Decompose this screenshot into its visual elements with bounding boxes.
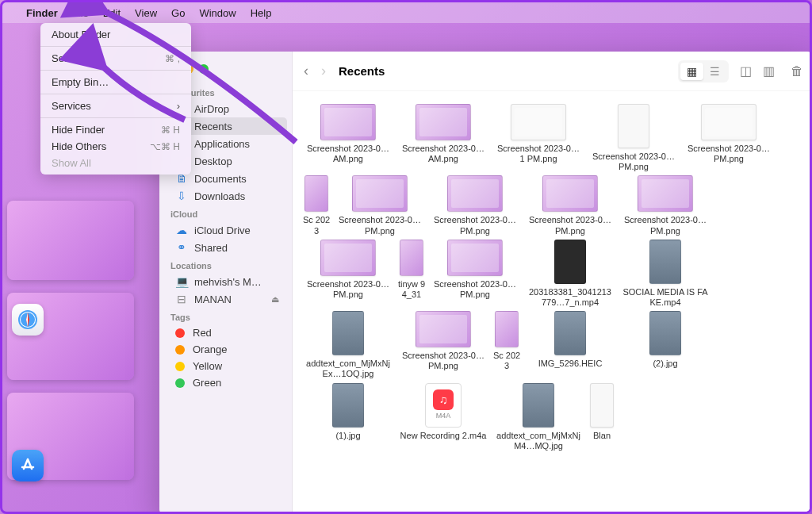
laptop-icon: 💻 [175,275,188,288]
separator [40,117,191,118]
file-item[interactable]: Blan [586,383,618,451]
menu-show-all: Show All [40,155,191,171]
menu-services[interactable]: Services› [40,98,191,114]
finder-toolbar: ‹ › Recents ▦ ☰ ◫ ▥ 🗑 [293,52,812,91]
menu-settings[interactable]: Settings…⌘ , [40,50,191,67]
file-item[interactable]: Screenshot 2023-0…PM.png [301,240,396,308]
file-item[interactable]: addtext_com_MjMxNjM4…MQ.jpg [491,383,586,451]
sidebar-tag-orange[interactable]: Orange [164,341,287,358]
dock-safari-icon[interactable] [12,304,44,336]
sidebar-tag-yellow[interactable]: Yellow [164,358,287,374]
separator [40,70,191,71]
file-item[interactable]: Screenshot 2023-0…PM.png [586,104,681,172]
shortcut-label: ⌘ , [165,53,180,64]
list-view-button[interactable]: ☰ [703,63,726,80]
shortcut-label: ⌥⌘ H [150,141,180,152]
audio-file-icon: ♫M4A [425,383,462,428]
sidebar-item-shared[interactable]: ⚭Shared [164,239,287,256]
menu-file[interactable]: File [72,7,89,19]
file-item[interactable]: addtext_com_MjMxNjEx…1OQ.jpg [301,311,396,379]
file-grid: Screenshot 2023-0…AM.png Screenshot 2023… [293,91,812,514]
file-item[interactable]: ♫M4ANew Recording 2.m4a [396,383,491,451]
sidebar-section-icloud: iCloud [159,205,292,221]
file-item[interactable]: Screenshot 2023-0…AM.png [301,104,396,172]
cloud-icon: ☁ [175,224,188,236]
file-item[interactable]: tinyw 94_31 [396,240,427,308]
sidebar-section-locations: Locations [159,256,292,273]
separator [40,46,191,47]
trash-icon[interactable]: 🗑 [791,64,803,79]
menu-go[interactable]: Go [171,7,185,19]
file-item[interactable]: Screenshot 2023-0…PM.png [427,175,523,236]
file-item[interactable]: Screenshot 2023-0…PM.png [332,175,427,236]
file-item[interactable]: (1).jpg [301,383,396,451]
sidebar-item-downloads[interactable]: ⇩Downloads [164,187,287,205]
menubar: Finder File Edit View Go Window Help [2,2,810,23]
shortcut-label: ⌘ H [161,125,180,136]
file-item[interactable]: Sc 2023 [491,311,523,379]
sidebar-item-icloud-drive[interactable]: ☁iCloud Drive [164,221,287,239]
menu-hide-others[interactable]: Hide Others⌥⌘ H [40,138,191,155]
sidebar-item-disk[interactable]: ⊟MANAN⏏ [164,290,287,308]
tag-dot-icon [175,328,185,338]
menu-hide-finder[interactable]: Hide Finder⌘ H [40,121,191,138]
separator [40,94,191,94]
chevron-right-icon: › [177,100,180,112]
column-view-button[interactable]: ◫ [740,63,752,79]
sidebar-item-computer[interactable]: 💻mehvish's M… [164,273,287,290]
window-title: Recents [339,64,385,78]
dock-appstore-icon[interactable] [12,450,44,481]
menu-window[interactable]: Window [199,7,236,19]
file-item[interactable]: (2).jpg [618,311,713,379]
forward-button[interactable]: › [321,63,326,79]
menu-help[interactable]: Help [251,7,272,19]
file-item[interactable]: Screenshot 2023-0…PM.png [523,175,618,236]
file-item[interactable]: Screenshot 2023-0…PM.png [618,175,713,236]
gallery-view-button[interactable]: ▥ [763,63,775,79]
menu-about-finder[interactable]: About Finder [40,26,191,43]
tag-dot-icon [175,362,185,371]
sidebar-section-tags: Tags [159,308,292,324]
shared-icon: ⚭ [175,241,188,254]
finder-window: Favourites ◎AirDrop ◷Recents ⒶApplicatio… [159,52,812,514]
menu-edit[interactable]: Edit [103,7,121,19]
back-button[interactable]: ‹ [304,63,308,79]
view-mode-toggle: ▦ ☰ [678,60,729,82]
downloads-icon: ⇩ [175,190,188,202]
menu-view[interactable]: View [135,7,157,19]
tag-dot-icon [175,378,185,388]
file-item[interactable]: Screenshot 2023-0…PM.png [396,311,491,379]
file-item[interactable]: Sc 2023 [301,175,332,236]
finder-main: ‹ › Recents ▦ ☰ ◫ ▥ 🗑 Screenshot 2023-0…… [293,52,812,514]
maximize-button[interactable] [199,64,209,74]
file-item[interactable]: Screenshot 2023-0…AM.png [396,104,491,172]
file-item[interactable]: SOCIAL MEDIA IS FAKE.mp4 [618,240,713,308]
file-item[interactable]: 203183381_3041213779…7_n.mp4 [523,240,618,308]
file-item[interactable]: Screenshot 2023-0…1 PM.png [491,104,586,172]
icon-view-button[interactable]: ▦ [680,63,703,80]
window-thumb[interactable] [7,201,134,280]
file-item[interactable]: IMG_5296.HEIC [523,311,618,379]
menu-empty-bin[interactable]: Empty Bin… [40,74,191,90]
eject-icon[interactable]: ⏏ [271,294,279,305]
tag-dot-icon [175,345,185,355]
menu-finder[interactable]: Finder [26,7,58,19]
disk-icon: ⊟ [175,293,188,305]
sidebar-tag-green[interactable]: Green [164,374,287,391]
file-item[interactable]: Screenshot 2023-0…PM.png [427,240,523,308]
file-item[interactable]: Screenshot 2023-0…PM.png [681,104,776,172]
finder-dropdown: About Finder Settings…⌘ , Empty Bin… Ser… [40,23,191,175]
sidebar-tag-red[interactable]: Red [164,324,287,341]
desktop-window-thumbs [7,201,150,480]
